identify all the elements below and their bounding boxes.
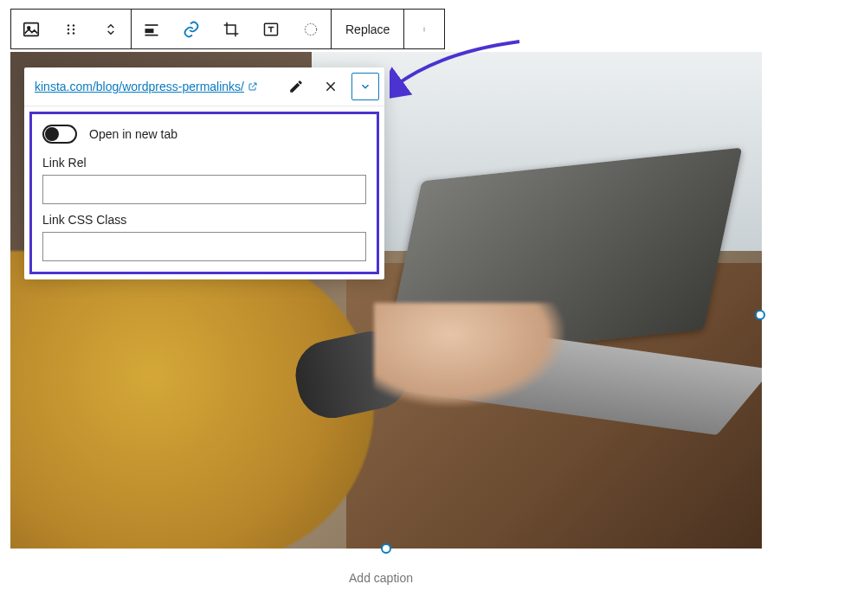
svg-point-15 [424,30,425,31]
svg-rect-8 [145,24,158,26]
svg-point-12 [305,23,316,35]
edit-link-button[interactable] [282,73,310,100]
drag-handle-button[interactable] [51,10,91,48]
more-options-button[interactable] [404,10,444,48]
link-css-class-label: Link CSS Class [42,213,366,227]
duotone-button[interactable] [291,10,331,48]
pencil-icon [288,79,304,94]
link-rel-input[interactable] [42,175,366,204]
svg-rect-9 [145,29,154,33]
link-button[interactable] [171,10,211,48]
external-link-icon [248,81,258,92]
open-new-tab-toggle[interactable] [42,125,77,144]
block-type-image-button[interactable] [11,10,51,48]
resize-handle-right[interactable] [755,310,765,320]
svg-point-3 [73,24,74,26]
open-new-tab-label: Open in new tab [89,127,177,141]
svg-point-7 [73,32,74,34]
svg-point-4 [68,28,69,29]
close-icon [324,80,338,93]
expand-link-settings-button[interactable] [351,73,379,100]
photo-hand [374,303,564,407]
image-caption-input[interactable]: Add caption [0,571,762,585]
link-url[interactable]: kinsta.com/blog/wordpress-permalinks/ [35,80,275,93]
resize-handle-bottom[interactable] [381,543,391,554]
link-css-class-input[interactable] [42,232,366,261]
svg-rect-0 [24,22,39,35]
link-advanced-settings: Open in new tab Link Rel Link CSS Class [29,112,379,274]
move-button[interactable] [91,10,131,48]
svg-point-5 [73,28,74,29]
crop-button[interactable] [211,10,251,48]
link-url-text: kinsta.com/blog/wordpress-permalinks/ [35,80,244,93]
svg-point-13 [424,27,425,28]
svg-point-14 [424,29,425,29]
svg-point-6 [68,32,69,34]
link-rel-label: Link Rel [42,156,366,170]
replace-button[interactable]: Replace [332,10,403,48]
text-overlay-button[interactable] [251,10,291,48]
link-popover-header: kinsta.com/blog/wordpress-permalinks/ [24,67,384,106]
svg-rect-10 [145,34,158,35]
svg-point-2 [68,24,69,26]
replace-label: Replace [345,22,390,36]
chevron-down-icon [359,80,371,93]
link-settings-popover: kinsta.com/blog/wordpress-permalinks/ Op… [24,67,384,279]
open-new-tab-row: Open in new tab [42,125,366,144]
caption-placeholder: Add caption [349,571,413,585]
block-toolbar: Replace [10,9,445,49]
align-button[interactable] [132,10,171,48]
remove-link-button[interactable] [317,73,345,100]
